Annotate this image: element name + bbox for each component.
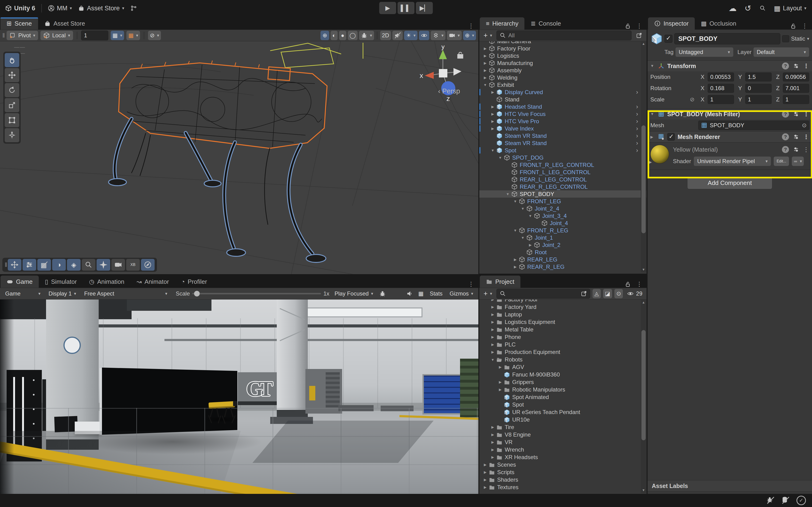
game-gizmos-dropdown[interactable]: Gizmos▾ (447, 289, 476, 298)
object-name-field[interactable]: SPOT_BODY (674, 33, 780, 44)
filter-by-label-button[interactable]: ◪ (603, 289, 612, 298)
tree-row[interactable]: Root (479, 248, 647, 256)
hierarchy-search-input[interactable]: All (497, 31, 631, 40)
tree-row[interactable]: ▶ Scripts (479, 468, 647, 476)
tree-row[interactable]: ▼ FRONT_R_LEG (479, 227, 647, 234)
navigation-overlay-button[interactable] (141, 259, 155, 271)
shader-dropdown[interactable]: Universal Render Pipel▾ (694, 157, 771, 166)
foldout-arrow[interactable]: ▶ (497, 380, 504, 384)
annotation-dropdown[interactable]: ⊘▾ (148, 31, 161, 40)
tag-dropdown[interactable]: Untagged▾ (675, 47, 733, 57)
tree-row[interactable]: ▼ Spot › (479, 147, 647, 154)
tree-row[interactable]: ▼ Exhibit (479, 81, 647, 89)
foldout-arrow[interactable]: ▶ (489, 335, 496, 339)
play-focused-dropdown[interactable]: Play Focused▾ (332, 289, 376, 298)
foldout-arrow[interactable]: ▶ (481, 61, 489, 65)
tree-row[interactable]: ▼ Joint_1 (479, 234, 647, 241)
account-menu[interactable]: MM▾ (48, 5, 72, 12)
foldout-arrow[interactable]: ▼ (519, 236, 526, 240)
tree-row[interactable]: ▶ Headset Stand › (479, 103, 647, 110)
tree-row[interactable]: UR eSeries Teach Pendant (479, 408, 647, 416)
shader-edit-button[interactable]: Edit... (774, 157, 789, 166)
foldout-arrow[interactable]: ▶ (481, 54, 489, 58)
foldout-arrow[interactable]: ▶ (481, 485, 489, 490)
2d-toggle[interactable]: 2D (380, 31, 391, 40)
tree-row[interactable]: Stand (479, 96, 647, 103)
drag-handle[interactable]: ‖ (2, 32, 4, 39)
debug-draw-dropdown[interactable]: ▾ (359, 31, 374, 40)
prefab-chevron[interactable]: › (636, 139, 638, 147)
tree-row[interactable]: Steam VR Stand › (479, 139, 647, 147)
object-picker-icon[interactable]: ⊙ (802, 122, 807, 129)
tab-occlusion[interactable]: ▩Occlusion (695, 17, 743, 30)
tree-row[interactable]: ▶ Factory Yard (479, 303, 647, 311)
tree-row[interactable]: ▶ Wrench (479, 446, 647, 453)
tree-row[interactable]: ▶ XR Headsets (479, 453, 647, 461)
foldout-arrow[interactable]: ▶ (481, 477, 489, 482)
foldout-arrow[interactable]: ▶ (489, 350, 496, 354)
tree-row[interactable]: FRONT_L_LEG_CONTROL (479, 169, 647, 176)
foldout-arrow[interactable]: ▶ (497, 388, 504, 392)
scale-y-field[interactable]: 1 (745, 95, 772, 104)
display-target-dropdown[interactable]: Game▾ (2, 289, 43, 298)
asset-labels-bar[interactable]: Asset Labels (648, 480, 812, 492)
tab-project[interactable]: Project (480, 276, 520, 288)
position-x-field[interactable]: 0.00553 (708, 72, 734, 81)
project-more-menu[interactable]: ⋮ (636, 280, 642, 288)
foldout-arrow[interactable]: ▶ (481, 75, 489, 80)
foldout-arrow[interactable]: ▶ (481, 47, 489, 51)
foldout-arrow[interactable]: ▼ (519, 207, 526, 211)
preset-icon[interactable] (793, 111, 799, 117)
tree-row[interactable]: ▶ Factory Floor (479, 45, 647, 52)
tree-row[interactable]: ▶ Welding (479, 74, 647, 81)
tree-row[interactable]: ▶ HTC Vive Focus › (479, 110, 647, 118)
tab-profiler[interactable]: ◔Profiler (175, 276, 213, 288)
scene-viewport[interactable]: ———— ‖ ▦ ◑ ◈ XB (0, 41, 478, 274)
camera-overlay-button[interactable] (111, 259, 125, 271)
layers-dropdown[interactable]: ▾ (431, 31, 446, 40)
display-dropdown[interactable]: Display 1▾ (46, 289, 79, 298)
shading-overlay-button[interactable]: ◑ (52, 259, 66, 271)
transform-component-header[interactable]: ▼ Transform ?⋮ (648, 60, 812, 71)
prefab-overlay-button[interactable]: ◈ (67, 259, 81, 271)
tree-row[interactable]: ▶ Valve Index › (479, 125, 647, 132)
audio-toggle[interactable] (392, 31, 403, 40)
prefab-chevron[interactable]: › (636, 110, 638, 118)
tab-hierarchy[interactable]: ≡Hierarchy (480, 17, 524, 30)
pause-button[interactable]: ▌▌ (398, 2, 414, 14)
import-log-button[interactable]: ⊙ (614, 289, 623, 298)
tree-row[interactable]: ▶ Phone (479, 333, 647, 341)
all-ok-icon[interactable]: ✓ (797, 496, 806, 505)
history-icon[interactable]: ↺ (745, 3, 751, 13)
tree-row[interactable]: Steam VR Stand › (479, 132, 647, 139)
tree-row[interactable]: ▶ Manufacturing (479, 59, 647, 67)
vsync-button[interactable]: ▦ (416, 289, 425, 298)
shading-outline-button[interactable]: ◯ (348, 31, 358, 40)
foldout-arrow[interactable]: ▼ (512, 228, 519, 232)
tree-row[interactable]: Joint_4 (479, 219, 647, 227)
component-menu[interactable]: ⋮ (803, 133, 809, 140)
foldout-arrow[interactable]: ▶ (489, 440, 496, 444)
foldout-arrow[interactable]: ▶ (489, 342, 496, 347)
tab-console[interactable]: ≣Console (524, 17, 567, 30)
tree-row[interactable]: ▼ FRONT_LEG (479, 198, 647, 205)
search-overlay-button[interactable] (82, 259, 95, 271)
foldout-arrow[interactable]: ▶ (489, 105, 496, 109)
tab-simulator[interactable]: ▯Simulator (39, 276, 83, 288)
create-object-button[interactable]: +▾ (481, 31, 494, 40)
game-more-menu[interactable]: ⋮ (468, 280, 474, 288)
step-button[interactable]: ▶▏ (416, 2, 433, 14)
grid-snap-toggle[interactable]: ▦▾ (126, 31, 140, 40)
foldout-arrow[interactable]: ▶ (489, 455, 496, 459)
tree-row[interactable]: ▶ HTC Vive Pro › (479, 118, 647, 125)
help-icon[interactable]: ? (782, 146, 789, 153)
foldout-arrow[interactable]: ▶ (489, 320, 496, 324)
inspector-more-menu[interactable]: ⋮ (802, 22, 808, 30)
scene-visibility-toggle[interactable] (419, 31, 429, 40)
foldout-arrow[interactable]: ▶ (512, 265, 519, 269)
tree-row[interactable]: ▼ Joint_3_4 (479, 212, 647, 219)
pivot-mode-dropdown[interactable]: Pivot▾ (7, 31, 38, 40)
tree-row[interactable]: ▶ Display Curved › (479, 89, 647, 96)
preset-icon[interactable] (793, 133, 799, 140)
tree-row[interactable]: ▼ Joint_2_4 (479, 205, 647, 212)
